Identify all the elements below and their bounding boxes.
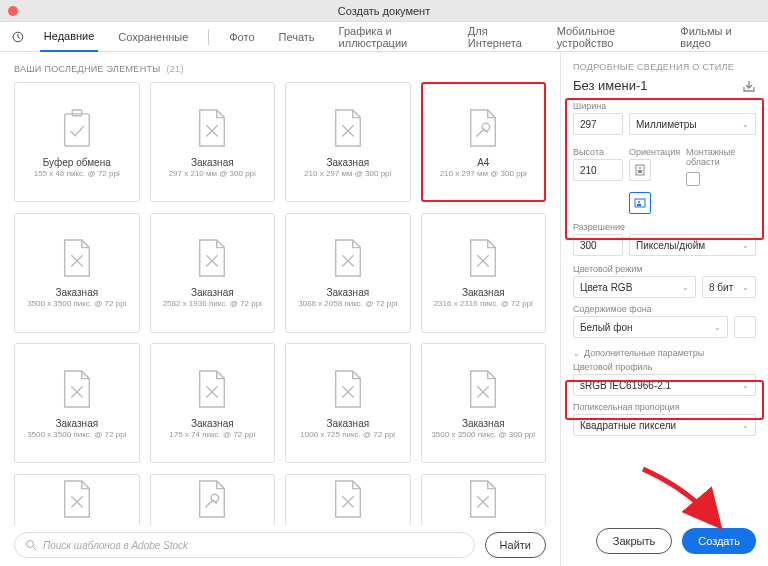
preset-card[interactable]	[150, 474, 276, 526]
preset-card[interactable]: Заказная 3500 x 3500 пикс. @ 300 ppi	[421, 343, 547, 463]
tab-recent[interactable]: Недавние	[40, 22, 99, 52]
tab-saved[interactable]: Сохраненные	[114, 22, 192, 52]
paper-icon	[465, 107, 501, 151]
doc-icon	[465, 237, 501, 281]
color-profile-select[interactable]: sRGB IEC61966-2.1⌄	[573, 374, 756, 396]
preset-dimensions: 210 x 297 мм @ 300 ppi	[304, 169, 391, 178]
preset-card[interactable]: Заказная 3088 x 2058 пикс. @ 72 ppi	[285, 213, 411, 333]
doc-icon	[330, 478, 366, 522]
tab-web[interactable]: Для Интернета	[464, 22, 537, 52]
detail-header: ПОДРОБНЫЕ СВЕДЕНИЯ О СТИЛЕ	[573, 62, 756, 72]
preset-dimensions: 3500 x 3500 пикс. @ 72 ppi	[27, 430, 126, 439]
advanced-toggle[interactable]: ⌄Дополнительные параметры	[573, 348, 756, 358]
preset-name: Заказная	[326, 418, 369, 429]
resolution-unit-select[interactable]: Пикселы/дюйм⌄	[629, 234, 756, 256]
recent-icon	[12, 30, 24, 44]
preset-dimensions: 3500 x 3500 пикс. @ 72 ppi	[27, 299, 126, 308]
doc-icon	[194, 107, 230, 151]
width-input[interactable]: 297	[573, 113, 623, 135]
unit-select[interactable]: Миллиметры⌄	[629, 113, 756, 135]
preset-dimensions: 175 x 74 пикс. @ 72 ppi	[169, 430, 255, 439]
height-input[interactable]: 210	[573, 159, 623, 181]
search-icon	[25, 539, 37, 551]
preset-card[interactable]	[285, 474, 411, 526]
background-select[interactable]: Белый фон⌄	[573, 316, 728, 338]
preset-name: Заказная	[191, 157, 234, 168]
preset-name: Заказная	[326, 287, 369, 298]
clipboard-icon	[59, 107, 95, 151]
doc-icon	[465, 368, 501, 412]
save-preset-icon[interactable]	[742, 79, 756, 93]
doc-icon	[194, 368, 230, 412]
preset-dimensions: 3500 x 3500 пикс. @ 300 ppi	[431, 430, 535, 439]
find-button[interactable]: Найти	[485, 532, 546, 558]
preset-name-input[interactable]: Без имени-1	[573, 78, 647, 93]
resolution-input[interactable]: 300	[573, 234, 623, 256]
preset-name: Заказная	[326, 157, 369, 168]
preset-dimensions: 2582 x 1936 пикс. @ 72 ppi	[163, 299, 262, 308]
bit-depth-select[interactable]: 8 бит⌄	[702, 276, 756, 298]
preset-card[interactable]: Заказная 210 x 297 мм @ 300 ppi	[285, 82, 411, 202]
doc-icon	[194, 237, 230, 281]
preset-name: Заказная	[462, 287, 505, 298]
preset-card[interactable]: Заказная 2582 x 1936 пикс. @ 72 ppi	[150, 213, 276, 333]
doc-icon	[59, 237, 95, 281]
svg-point-8	[638, 201, 640, 203]
preset-card[interactable]: Заказная 3500 x 3500 пикс. @ 72 ppi	[14, 213, 140, 333]
preset-name: A4	[477, 157, 489, 168]
preset-card[interactable]: Буфер обмена 155 x 46 пикс. @ 72 ppi	[14, 82, 140, 202]
pixel-ratio-select[interactable]: Квадратные пиксели⌄	[573, 414, 756, 436]
background-color-swatch[interactable]	[734, 316, 756, 338]
preset-dimensions: 297 x 210 мм @ 300 ppi	[169, 169, 256, 178]
doc-icon	[330, 368, 366, 412]
preset-name: Заказная	[191, 418, 234, 429]
doc-icon	[465, 478, 501, 522]
svg-point-6	[639, 167, 641, 169]
section-header: ВАШИ ПОСЛЕДНИЕ ЭЛЕМЕНТЫ (21)	[14, 64, 546, 74]
preset-name: Заказная	[55, 287, 98, 298]
preset-card[interactable]	[421, 474, 547, 526]
tab-art[interactable]: Графика и иллюстрации	[335, 22, 448, 52]
tab-mobile[interactable]: Мобильное устройство	[553, 22, 661, 52]
separator	[208, 29, 209, 45]
tab-print[interactable]: Печать	[275, 22, 319, 52]
preset-dimensions: 1000 x 725 пикс. @ 72 ppi	[300, 430, 395, 439]
titlebar: Создать документ	[0, 0, 768, 22]
preset-card[interactable]: Заказная 1000 x 725 пикс. @ 72 ppi	[285, 343, 411, 463]
preset-dimensions: 210 x 297 мм @ 300 ppi	[440, 169, 527, 178]
category-tabs: Недавние Сохраненные Фото Печать Графика…	[0, 22, 768, 52]
color-mode-select[interactable]: Цвета RGB⌄	[573, 276, 696, 298]
doc-icon	[330, 107, 366, 151]
preset-dimensions: 2316 x 2316 пикс. @ 72 ppi	[434, 299, 533, 308]
doc-icon	[330, 237, 366, 281]
paper-icon	[194, 478, 230, 522]
tab-film[interactable]: Фильмы и видео	[676, 22, 756, 52]
preset-name: Заказная	[191, 287, 234, 298]
orientation-portrait-button[interactable]	[629, 159, 651, 181]
preset-dimensions: 155 x 46 пикс. @ 72 ppi	[34, 169, 120, 178]
window-title: Создать документ	[0, 5, 768, 17]
preset-name: Буфер обмена	[43, 157, 111, 168]
preset-card[interactable]: A4 210 x 297 мм @ 300 ppi	[421, 82, 547, 202]
create-button[interactable]: Создать	[682, 528, 756, 554]
preset-card[interactable]: Заказная 2316 x 2316 пикс. @ 72 ppi	[421, 213, 547, 333]
preset-dimensions: 3088 x 2058 пикс. @ 72 ppi	[298, 299, 397, 308]
orientation-landscape-button[interactable]	[629, 192, 651, 214]
preset-card[interactable]: Заказная 175 x 74 пикс. @ 72 ppi	[150, 343, 276, 463]
svg-point-4	[27, 541, 34, 548]
tab-photo[interactable]: Фото	[225, 22, 258, 52]
preset-card[interactable]	[14, 474, 140, 526]
doc-icon	[59, 368, 95, 412]
preset-card[interactable]: Заказная 3500 x 3500 пикс. @ 72 ppi	[14, 343, 140, 463]
preset-name: Заказная	[462, 418, 505, 429]
preset-name: Заказная	[55, 418, 98, 429]
close-button[interactable]: Закрыть	[596, 528, 672, 554]
preset-card[interactable]: Заказная 297 x 210 мм @ 300 ppi	[150, 82, 276, 202]
doc-icon	[59, 478, 95, 522]
artboards-checkbox[interactable]	[686, 172, 700, 186]
search-input[interactable]: Поиск шаблонов в Adobe Stock	[14, 532, 475, 558]
